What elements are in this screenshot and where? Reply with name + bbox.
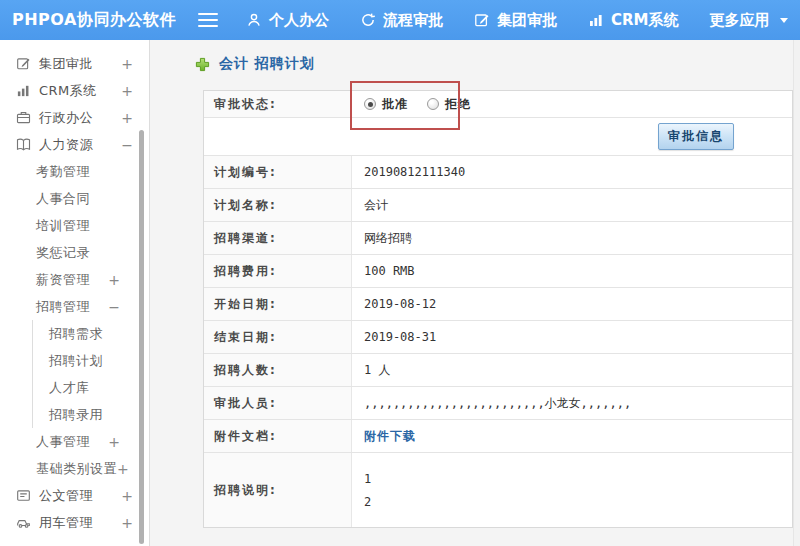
radio-unselected-icon[interactable]: [427, 98, 439, 110]
radio-label: 拒绝: [445, 96, 471, 113]
field-label: 招聘费用:: [204, 255, 352, 287]
nav-label: 个人办公: [269, 11, 329, 30]
sidebar-item[interactable]: 人事合同: [0, 185, 149, 212]
detail-rows: 计划编号:20190812111340计划名称:会计招聘渠道:网络招聘招聘费用:…: [204, 156, 792, 527]
page-title-text: 会计 招聘计划: [219, 55, 315, 73]
collapse-icon[interactable]: −: [121, 138, 133, 152]
nav-group-approval[interactable]: 集团审批: [474, 11, 557, 30]
bar-chart-icon: [588, 12, 604, 28]
expand-icon[interactable]: +: [121, 57, 133, 71]
nav-label: CRM系统: [611, 11, 679, 30]
sidebar-item-label: 招聘管理: [36, 298, 90, 316]
field-value-line: 1: [364, 473, 371, 485]
sidebar-item[interactable]: 集团审批+: [0, 50, 149, 77]
approval-status-row: 审批状态: 批准 拒绝: [204, 91, 792, 118]
sidebar-item-label: 人事管理: [36, 433, 90, 451]
radio-selected-icon[interactable]: [364, 98, 376, 110]
table-row: 开始日期:2019-08-12: [204, 288, 792, 321]
expand-icon[interactable]: +: [108, 273, 120, 287]
sidebar-item[interactable]: 招聘管理−: [0, 293, 149, 320]
nav-label: 集团审批: [497, 11, 557, 30]
field-label: 审批状态:: [204, 91, 352, 117]
sidebar-item-label: 基础类别设置: [36, 460, 117, 478]
page-title: 会计 招聘计划: [195, 55, 315, 73]
radio-label: 批准: [382, 96, 408, 113]
table-row: 招聘说明:12: [204, 453, 792, 527]
nav-personal-office[interactable]: 个人办公: [246, 11, 329, 30]
briefcase-icon: [16, 110, 31, 125]
action-row: 审批信息: [204, 118, 792, 156]
nav-workflow-approval[interactable]: 流程审批: [360, 11, 443, 30]
sidebar-item-label: 招聘需求: [49, 325, 103, 343]
expand-icon[interactable]: +: [121, 489, 133, 503]
sidebar-item-label: 薪资管理: [36, 271, 90, 289]
bar-chart-icon: [16, 83, 31, 98]
radio-reject[interactable]: 拒绝: [427, 96, 471, 113]
app-logo: PHPOA协同办公软件: [0, 10, 192, 31]
sidebar-item[interactable]: 人才库: [32, 374, 149, 401]
sidebar-item[interactable]: 考勤管理: [0, 158, 149, 185]
sidebar-item[interactable]: 公文管理+: [0, 482, 149, 509]
sidebar-item[interactable]: 用车管理+: [0, 509, 149, 536]
page-scrollbar[interactable]: [793, 40, 800, 546]
nav-label: 更多应用: [710, 11, 770, 30]
field-label: 附件文档:: [204, 420, 352, 452]
sidebar-item-label: 集团审批: [39, 55, 93, 73]
sidebar-scrollbar[interactable]: [139, 130, 144, 544]
field-label: 审批人员:: [204, 387, 352, 419]
sidebar-item[interactable]: 培训管理: [0, 212, 149, 239]
sidebar-item[interactable]: 薪资管理+: [0, 266, 149, 293]
field-value: 附件下载: [352, 420, 792, 452]
field-value: 12: [352, 453, 792, 527]
attachment-download-link[interactable]: 附件下载: [364, 428, 416, 445]
sidebar-item[interactable]: 行政办公+: [0, 104, 149, 131]
approval-info-button[interactable]: 审批信息: [658, 123, 734, 150]
field-label: 招聘说明:: [204, 453, 352, 527]
field-label: 招聘人数:: [204, 354, 352, 386]
sidebar-item-label: 招聘录用: [49, 406, 103, 424]
table-row: 审批人员:,,,,,,,,,,,,,,,,,,,,,,,,,小龙女,,,,,,,: [204, 387, 792, 420]
field-value: 1 人: [352, 354, 792, 386]
field-label: 计划编号:: [204, 156, 352, 188]
sidebar-item[interactable]: 招聘计划: [32, 347, 149, 374]
table-row: 计划编号:20190812111340: [204, 156, 792, 189]
field-value: 20190812111340: [352, 156, 792, 188]
field-value: 会计: [352, 189, 792, 221]
expand-icon[interactable]: +: [108, 435, 120, 449]
expand-icon[interactable]: +: [121, 516, 133, 530]
expand-icon[interactable]: +: [121, 84, 133, 98]
nav-more-apps[interactable]: 更多应用: [710, 11, 788, 30]
sidebar-item-label: 行政办公: [39, 109, 93, 127]
sidebar-item[interactable]: 招聘需求: [32, 320, 149, 347]
sidebar-nav: 集团审批+CRM系统+行政办公+人力资源−考勤管理人事合同培训管理奖惩记录薪资管…: [0, 40, 149, 536]
table-row: 招聘人数:1 人: [204, 354, 792, 387]
main-content: 会计 招聘计划 审批状态: 批准 拒绝 审批信息 计划编号:2019081211…: [151, 40, 800, 546]
radio-approve[interactable]: 批准: [364, 96, 408, 113]
collapse-icon[interactable]: −: [108, 300, 120, 314]
field-label: 招聘渠道:: [204, 222, 352, 254]
field-value: 100 RMB: [352, 255, 792, 287]
expand-icon[interactable]: +: [121, 111, 133, 125]
top-nav: 个人办公 流程审批 集团审批 CRM系统 更多应用: [246, 11, 788, 30]
expand-icon[interactable]: +: [117, 462, 129, 476]
document-icon: [16, 488, 31, 503]
approval-options: 批准 拒绝: [352, 91, 792, 117]
sidebar-item[interactable]: 人事管理+: [0, 428, 149, 455]
sidebar-item-label: 培训管理: [36, 217, 90, 235]
sidebar-item[interactable]: CRM系统+: [0, 77, 149, 104]
sidebar-item[interactable]: 基础类别设置+: [0, 455, 149, 482]
field-value: ,,,,,,,,,,,,,,,,,,,,,,,,,小龙女,,,,,,,: [352, 387, 792, 419]
field-label: 开始日期:: [204, 288, 352, 320]
refresh-icon: [360, 12, 376, 28]
menu-icon[interactable]: [198, 13, 218, 28]
field-value: 网络招聘: [352, 222, 792, 254]
sidebar-item-label: 人力资源: [39, 136, 93, 154]
sidebar-item[interactable]: 奖惩记录: [0, 239, 149, 266]
nav-crm-system[interactable]: CRM系统: [588, 11, 679, 30]
field-label: 结束日期:: [204, 321, 352, 353]
sidebar-item[interactable]: 招聘录用: [32, 401, 149, 428]
edit-square-icon: [474, 12, 490, 28]
sidebar-item-label: 奖惩记录: [36, 244, 90, 262]
sidebar-item[interactable]: 人力资源−: [0, 131, 149, 158]
user-icon: [246, 12, 262, 28]
